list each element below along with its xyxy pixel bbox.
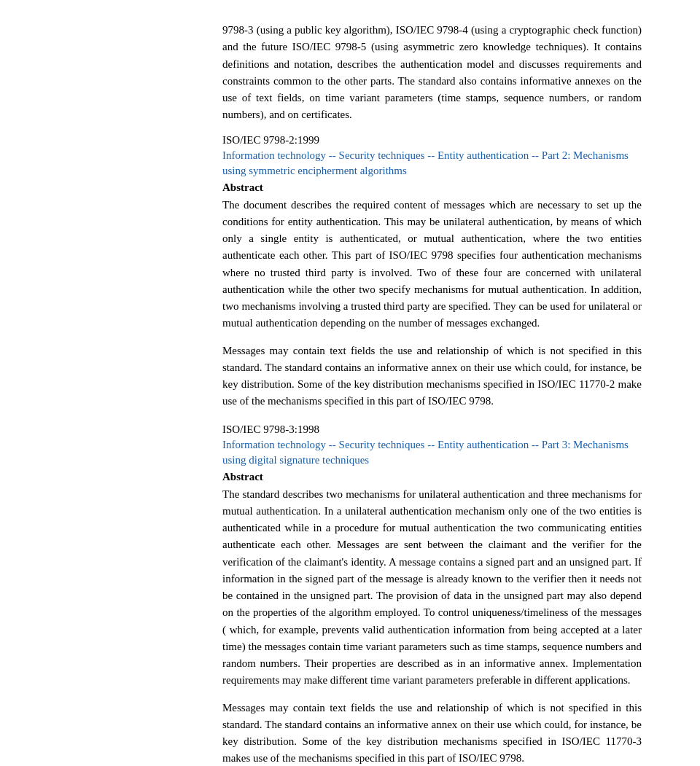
section-1-abstract-label: Abstract	[222, 181, 642, 194]
section-2-title: Information technology -- Security techn…	[222, 437, 642, 468]
section-2-abstract-text-1: The standard describes two mechanisms fo…	[222, 486, 642, 689]
intro-paragraph: 9798-3 (using a public key algorithm), I…	[222, 22, 642, 124]
section-2-abstract-label: Abstract	[222, 471, 642, 483]
section-1-abstract-text-1: The document describes the required cont…	[222, 197, 642, 332]
section-1-block: ISO/IEC 9798-2:1999 Information technolo…	[222, 134, 642, 410]
section-2-block: ISO/IEC 9798-3:1998 Information technolo…	[222, 423, 642, 767]
page-container: 9798-3 (using a public key algorithm), I…	[0, 0, 700, 766]
section-1-abstract-text-2: Messages may contain text fields the use…	[222, 343, 642, 410]
section-2-id: ISO/IEC 9798-3:1998	[222, 423, 642, 436]
section-1-title: Information technology -- Security techn…	[222, 148, 642, 179]
main-content: 9798-3 (using a public key algorithm), I…	[0, 0, 700, 766]
section-2-abstract-text-2: Messages may contain text fields the use…	[222, 700, 642, 767]
section-1-id: ISO/IEC 9798-2:1999	[222, 134, 642, 146]
